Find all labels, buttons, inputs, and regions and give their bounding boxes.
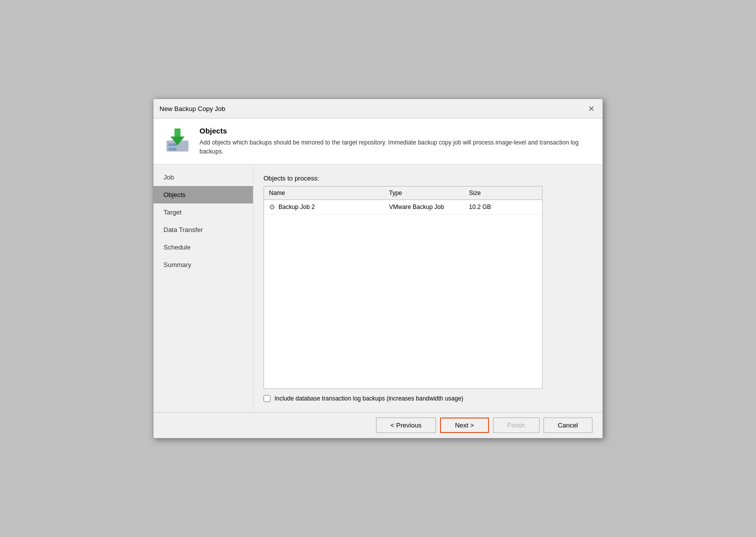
sidebar-item-job[interactable]: Job <box>154 168 253 186</box>
dialog-title: New Backup Copy Job <box>160 105 226 112</box>
objects-area: Name Type Size ⚙ Backup Job 2 VMware Bac… <box>264 186 592 389</box>
col-header-size: Size <box>469 190 537 196</box>
col-header-name: Name <box>269 190 389 196</box>
next-button[interactable]: Next > <box>440 418 489 433</box>
include-logs-label: Include database transaction log backups… <box>274 395 464 402</box>
gear-icon: ⚙ <box>269 203 276 211</box>
content-area: Job Objects Target Data Transfer Schedul… <box>154 164 602 412</box>
header-text: Objects Add objects which backups should… <box>200 126 592 156</box>
sidebar-item-target[interactable]: Target <box>154 204 253 221</box>
svg-rect-2 <box>168 148 176 150</box>
sidebar: Job Objects Target Data Transfer Schedul… <box>154 164 254 412</box>
main-content: Objects to process: Name Type Size ⚙ Bac… <box>254 164 602 412</box>
table-row[interactable]: ⚙ Backup Job 2 VMware Backup Job 10.2 GB <box>264 200 542 214</box>
header-section: Objects Add objects which backups should… <box>154 118 602 164</box>
sidebar-item-objects[interactable]: Objects <box>154 186 253 204</box>
sidebar-item-schedule[interactable]: Schedule <box>154 238 253 256</box>
table-header: Name Type Size <box>264 186 542 200</box>
title-bar: New Backup Copy Job ✕ <box>154 99 602 118</box>
include-logs-checkbox[interactable] <box>264 395 270 402</box>
dialog: New Backup Copy Job ✕ Objects Add object… <box>153 98 603 438</box>
finish-button[interactable]: Finish <box>493 418 540 433</box>
svg-rect-1 <box>168 144 176 146</box>
objects-table: Name Type Size ⚙ Backup Job 2 VMware Bac… <box>264 186 542 389</box>
objects-label: Objects to process: <box>264 174 592 182</box>
cell-type: VMware Backup Job <box>389 204 469 210</box>
cell-name: ⚙ Backup Job 2 <box>269 203 389 211</box>
close-button[interactable]: ✕ <box>586 103 596 114</box>
svg-rect-3 <box>174 128 180 138</box>
cancel-button[interactable]: Cancel <box>544 418 592 433</box>
cell-size: 10.2 GB <box>469 204 537 210</box>
col-header-type: Type <box>389 190 469 196</box>
checkbox-row: Include database transaction log backups… <box>264 395 592 402</box>
header-description: Add objects which backups should be mirr… <box>200 138 592 156</box>
backup-icon <box>164 126 192 156</box>
sidebar-item-data-transfer[interactable]: Data Transfer <box>154 221 253 238</box>
side-buttons <box>548 186 592 389</box>
sidebar-item-summary[interactable]: Summary <box>154 256 253 274</box>
header-title: Objects <box>200 126 592 135</box>
previous-button[interactable]: < Previous <box>376 418 436 433</box>
table-body: ⚙ Backup Job 2 VMware Backup Job 10.2 GB <box>264 200 542 388</box>
footer: < Previous Next > Finish Cancel <box>154 412 602 438</box>
